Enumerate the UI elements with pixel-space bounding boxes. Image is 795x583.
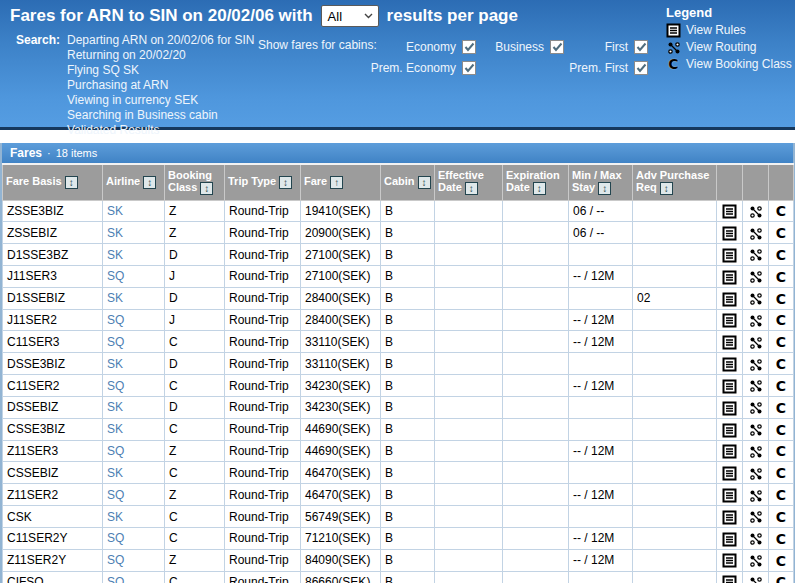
view-routing-button[interactable] — [743, 309, 769, 331]
view-booking-class-button[interactable]: C — [769, 396, 794, 418]
table-row: CIFSQSQCRound-Trip86660(SEK)BC — [3, 571, 794, 583]
airline-link[interactable]: SK — [107, 248, 123, 262]
view-rules-button[interactable] — [717, 396, 743, 418]
view-booking-class-button[interactable]: C — [769, 244, 794, 266]
view-routing-button[interactable] — [743, 353, 769, 375]
results-per-page-select[interactable]: All — [321, 5, 379, 27]
airline-link[interactable]: SK — [107, 357, 123, 371]
column-header-trip-type[interactable]: Trip Type↕ — [225, 164, 301, 200]
view-booking-class-button[interactable]: C — [769, 265, 794, 287]
view-rules-button[interactable] — [717, 527, 743, 549]
airline-link[interactable]: SK — [107, 466, 123, 480]
sort-icon[interactable]: ↕ — [418, 176, 431, 189]
view-rules-button[interactable] — [717, 440, 743, 462]
airline-link[interactable]: SQ — [107, 488, 124, 502]
sort-icon[interactable]: ↕ — [65, 176, 78, 189]
airline-link[interactable]: SQ — [107, 313, 124, 327]
view-booking-class-button[interactable]: C — [769, 506, 794, 528]
column-header-fare[interactable]: Fare↑ — [301, 164, 381, 200]
column-header-airline[interactable]: Airline↕ — [103, 164, 165, 200]
view-rules-button[interactable] — [717, 200, 743, 222]
view-booking-class-button[interactable]: C — [769, 440, 794, 462]
view-rules-button[interactable] — [717, 484, 743, 506]
airline-link[interactable]: SQ — [107, 269, 124, 283]
airline-link[interactable]: SK — [107, 226, 123, 240]
view-booking-class-icon: C — [776, 267, 786, 287]
view-booking-class-button[interactable]: C — [769, 200, 794, 222]
cabin-business-checkbox[interactable] — [550, 40, 564, 54]
airline-link[interactable]: SQ — [107, 444, 124, 458]
airline-link[interactable]: SK — [107, 422, 123, 436]
cabin-first-checkbox[interactable] — [634, 40, 648, 54]
view-rules-button[interactable] — [717, 244, 743, 266]
view-routing-button[interactable] — [743, 571, 769, 583]
view-booking-class-button[interactable]: C — [769, 462, 794, 484]
view-rules-button[interactable] — [717, 331, 743, 353]
column-header-cabin[interactable]: Cabin↕ — [381, 164, 435, 200]
view-routing-button[interactable] — [743, 222, 769, 244]
sort-icon[interactable]: ↕ — [660, 182, 673, 195]
sort-icon[interactable]: ↕ — [200, 182, 213, 195]
view-routing-button[interactable] — [743, 549, 769, 571]
view-rules-button[interactable] — [717, 571, 743, 583]
view-booking-class-button[interactable]: C — [769, 287, 794, 309]
view-routing-button[interactable] — [743, 418, 769, 440]
view-routing-button[interactable] — [743, 484, 769, 506]
cabin-prem-first-checkbox[interactable] — [634, 61, 648, 75]
view-routing-button[interactable] — [743, 440, 769, 462]
airline-link[interactable]: SQ — [107, 531, 124, 545]
view-booking-class-button[interactable]: C — [769, 222, 794, 244]
sort-icon[interactable]: ↕ — [598, 182, 611, 195]
view-rules-button[interactable] — [717, 309, 743, 331]
view-routing-button[interactable] — [743, 462, 769, 484]
view-rules-button[interactable] — [717, 287, 743, 309]
view-booking-class-button[interactable]: C — [769, 549, 794, 571]
view-routing-button[interactable] — [743, 265, 769, 287]
view-booking-class-button[interactable]: C — [769, 309, 794, 331]
view-routing-button[interactable] — [743, 375, 769, 397]
airline-link[interactable]: SQ — [107, 379, 124, 393]
sort-ascending-icon[interactable]: ↑ — [330, 176, 343, 189]
airline-link[interactable]: SQ — [107, 575, 124, 583]
view-booking-class-button[interactable]: C — [769, 353, 794, 375]
view-booking-class-button[interactable]: C — [769, 484, 794, 506]
view-routing-button[interactable] — [743, 244, 769, 266]
airline-link[interactable]: SK — [107, 510, 123, 524]
view-routing-button[interactable] — [743, 396, 769, 418]
view-routing-button[interactable] — [743, 527, 769, 549]
airline-link[interactable]: SK — [107, 400, 123, 414]
view-rules-button[interactable] — [717, 462, 743, 484]
view-booking-class-button[interactable]: C — [769, 375, 794, 397]
airline-link[interactable]: SK — [107, 204, 123, 218]
view-booking-class-button[interactable]: C — [769, 527, 794, 549]
airline-link[interactable]: SQ — [107, 335, 124, 349]
view-routing-button[interactable] — [743, 200, 769, 222]
column-header-effective-date[interactable]: Effective Date↕ — [435, 164, 503, 200]
view-rules-button[interactable] — [717, 506, 743, 528]
view-routing-button[interactable] — [743, 287, 769, 309]
view-routing-button[interactable] — [743, 506, 769, 528]
view-rules-button[interactable] — [717, 265, 743, 287]
sort-icon[interactable]: ↕ — [465, 182, 478, 195]
view-routing-button[interactable] — [743, 331, 769, 353]
column-header-booking-class[interactable]: Booking Class↕ — [165, 164, 225, 200]
column-header-adv-purchase-req[interactable]: Adv Purchase Req↕ — [633, 164, 717, 200]
column-header-expiration-date[interactable]: Expiration Date↕ — [503, 164, 569, 200]
airline-link[interactable]: SQ — [107, 553, 124, 567]
column-header-fare-basis[interactable]: Fare Basis↕ — [3, 164, 103, 200]
cabin-prem-economy-checkbox[interactable] — [462, 61, 476, 75]
view-rules-button[interactable] — [717, 418, 743, 440]
view-booking-class-button[interactable]: C — [769, 571, 794, 583]
view-booking-class-button[interactable]: C — [769, 418, 794, 440]
view-rules-button[interactable] — [717, 549, 743, 571]
view-rules-button[interactable] — [717, 353, 743, 375]
cabin-economy-checkbox[interactable] — [462, 40, 476, 54]
view-booking-class-button[interactable]: C — [769, 331, 794, 353]
sort-icon[interactable]: ↕ — [143, 176, 156, 189]
airline-link[interactable]: SK — [107, 291, 123, 305]
column-header-min-max-stay[interactable]: Min / Max Stay↕ — [569, 164, 633, 200]
sort-icon[interactable]: ↕ — [279, 176, 292, 189]
view-rules-button[interactable] — [717, 222, 743, 244]
view-rules-button[interactable] — [717, 375, 743, 397]
sort-icon[interactable]: ↕ — [533, 182, 546, 195]
